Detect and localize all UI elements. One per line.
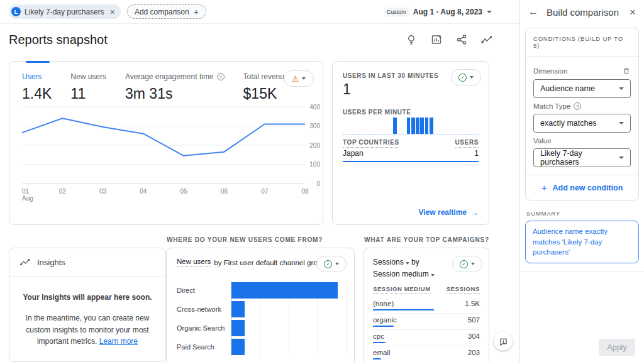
metric-label: Users: [22, 72, 42, 81]
chevron-down-icon: [406, 262, 409, 265]
top-countries-col: TOP COUNTRIES: [343, 139, 399, 148]
minute-bar: [393, 118, 397, 134]
channel-bar: [231, 301, 245, 317]
minute-slot: [407, 118, 411, 134]
svg-text:07: 07: [261, 188, 269, 195]
remove-comparison-icon[interactable]: ×: [110, 8, 115, 16]
users-per-minute-chart: [343, 118, 479, 134]
minute-slot: [397, 118, 401, 134]
close-icon[interactable]: ×: [630, 7, 636, 18]
medium-bar: [373, 326, 394, 327]
dimension-select[interactable]: Audience name: [533, 79, 631, 98]
medium-label: cpc: [373, 332, 384, 340]
realtime-title: USERS IN LAST 30 MINUTES: [343, 72, 438, 79]
page-title: Reports snapshot: [9, 33, 108, 47]
insights-body: Your Insights will appear here soon. In …: [9, 277, 165, 348]
insights-sparkline-icon[interactable]: [480, 33, 493, 46]
chevron-down-icon: [619, 156, 624, 159]
channel-bar-chart: DirectCross-networkOrganic SearchPaid Se…: [177, 281, 347, 356]
add-comparison-button[interactable]: Add comparison +: [127, 4, 206, 19]
chevron-down-icon: [302, 77, 306, 80]
comparison-chip[interactable]: L Likely 7-day purchasers ×: [9, 4, 121, 19]
insights-card: Insights Your Insights will appear here …: [9, 248, 166, 362]
svg-text:300: 300: [309, 123, 320, 129]
minute-slot: [475, 118, 479, 134]
add-new-condition-button[interactable]: + Add new condition: [526, 175, 638, 200]
minute-slot: [370, 118, 374, 134]
minute-slot: [389, 118, 392, 134]
minute-slot: [420, 118, 424, 134]
date-range-label: Aug 1 - Aug 8, 2023: [413, 8, 482, 16]
minute-slot: [457, 118, 460, 134]
chevron-down-icon: [431, 274, 435, 277]
insights-lightbulb-icon[interactable]: [405, 33, 418, 46]
minute-slot: [448, 118, 452, 134]
sessions-value: 203: [468, 349, 480, 356]
channel-label: Cross-network: [177, 305, 231, 313]
channel-bar: [231, 282, 338, 299]
add-condition-label: Add new condition: [552, 184, 623, 192]
feedback-button[interactable]: [494, 332, 513, 351]
channel-bar: [231, 339, 245, 355]
minute-slot: [443, 118, 447, 134]
session-medium-col: SESSION MEDIUM: [373, 285, 431, 294]
ga-reports-snapshot: L Likely 7-day purchasers × Add comparis…: [0, 0, 644, 362]
minute-slot: [343, 118, 347, 134]
users-overview-card: Users 1.4K New users 11 Average engageme…: [9, 61, 323, 225]
minute-slot: [352, 118, 356, 134]
arrow-right-icon: →: [471, 208, 479, 217]
data-quality-warning-dropdown[interactable]: ⚠: [284, 70, 314, 87]
svg-text:04: 04: [140, 188, 147, 195]
insights-title: Insights: [37, 258, 65, 267]
medium-label: email: [373, 349, 390, 356]
campaigns-dimension-label: Session medium: [373, 270, 429, 278]
data-quality-ok-dropdown[interactable]: ✓: [451, 69, 481, 85]
minute-slot: [375, 118, 379, 134]
data-quality-ok-dropdown[interactable]: ✓: [452, 256, 482, 272]
table-row: (none)1.5K: [373, 297, 480, 314]
help-icon[interactable]: ?: [217, 73, 225, 80]
match-type-value: exactly matches: [540, 119, 597, 128]
match-type-select[interactable]: exactly matches: [533, 114, 631, 133]
channel-plot: [231, 337, 347, 356]
minute-slot: [379, 118, 383, 134]
check-icon: ✓: [458, 74, 467, 82]
minute-slot: [425, 118, 429, 134]
customize-report-icon[interactable]: [430, 33, 443, 46]
date-range-picker[interactable]: Custom Aug 1 - Aug 8, 2023: [384, 8, 492, 16]
condition-fields: Dimension Audience name Match Type ? exa…: [526, 57, 638, 167]
share-icon[interactable]: [455, 33, 468, 46]
chevron-down-icon: [487, 11, 492, 13]
realtime-card: USERS IN LAST 30 MINUTES ✓ 1 USERS PER M…: [332, 61, 489, 225]
view-realtime-link[interactable]: View realtime →: [419, 208, 479, 217]
help-icon[interactable]: ?: [574, 102, 581, 110]
country-bar: [343, 161, 479, 162]
minute-bar: [425, 118, 429, 134]
chevron-down-icon: [471, 263, 475, 265]
comparison-bar: L Likely 7-day purchasers × Add comparis…: [0, 0, 519, 24]
chevron-down-icon: [619, 122, 624, 124]
summary-chip[interactable]: Audience name exactly matches 'Likely 7-…: [525, 221, 639, 263]
delete-condition-icon[interactable]: [622, 66, 631, 75]
country-name: Japan: [343, 149, 364, 158]
dimension-label: Dimension: [533, 67, 567, 75]
learn-more-link[interactable]: Learn more: [99, 337, 138, 346]
apply-button[interactable]: Apply: [599, 339, 635, 356]
chevron-down-icon: [470, 76, 474, 79]
back-arrow-icon[interactable]: ←: [528, 7, 538, 17]
main-content: L Likely 7-day purchasers × Add comparis…: [0, 0, 519, 362]
svg-text:400: 400: [309, 104, 320, 111]
minute-slot: [365, 118, 369, 134]
channel-label: Organic Search: [177, 324, 231, 332]
chevron-down-icon: [619, 87, 624, 90]
medium-label: organic: [373, 316, 397, 324]
value-select[interactable]: Likely 7-day purchasers: [533, 148, 631, 167]
minute-slot: [411, 118, 415, 134]
panel-divider: [520, 272, 644, 272]
match-type-label-row: Match Type ?: [533, 102, 631, 110]
new-users-by-channel-card: New users by First user default channel …: [166, 248, 355, 362]
users-col: USERS: [455, 139, 479, 148]
data-quality-ok-dropdown[interactable]: ✓: [316, 256, 347, 272]
channel-label: Paid Search: [177, 343, 231, 351]
chevron-down-icon: [335, 263, 339, 265]
